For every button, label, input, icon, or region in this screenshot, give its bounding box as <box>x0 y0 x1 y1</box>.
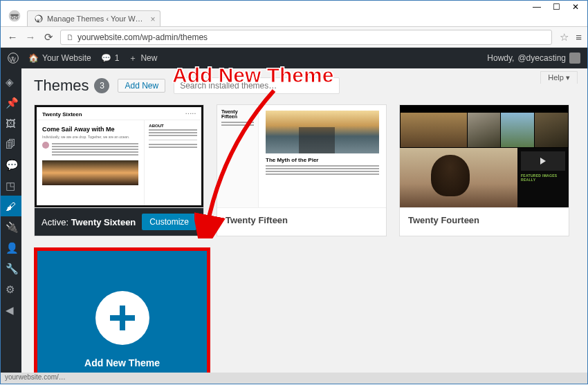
bookmark-button[interactable]: ☆ <box>558 31 570 44</box>
menu-users[interactable]: 👤 <box>1 237 21 258</box>
menu-posts[interactable]: 📌 <box>1 92 21 113</box>
incognito-icon <box>6 8 23 24</box>
menu-dashboard[interactable]: ◈ <box>1 71 21 92</box>
add-new-theme-card[interactable]: Add New Theme <box>34 247 210 373</box>
wordpress-icon <box>35 15 43 23</box>
reload-button[interactable]: ⟳ <box>42 31 55 44</box>
preview-headline: The Myth of the Pier <box>266 157 379 163</box>
user-handle: @dyecasting <box>517 53 566 63</box>
browser-tab[interactable]: Manage Themes ‹ Your W… × <box>27 10 160 26</box>
theme-screenshot: FEATURED IMAGES REALLY <box>400 105 569 207</box>
menu-plugins[interactable]: 🔌 <box>1 216 21 237</box>
menu-comments[interactable]: 💬 <box>1 154 21 175</box>
menu-tools[interactable]: 🔧 <box>1 258 21 279</box>
svg-rect-1 <box>10 15 19 17</box>
themes-count-badge: 3 <box>94 78 109 93</box>
browser-toolbar: ← → ⟳ 🗋 yourwebsite.com/wp-admin/themes … <box>1 27 587 48</box>
pin-icon: 📌 <box>6 97 17 108</box>
comments-count: 1 <box>115 53 120 63</box>
preview-site-title: Twenty Fifteen <box>221 109 254 119</box>
theme-card[interactable]: Twenty Fifteen The Myth of the Pier Twen… <box>217 104 387 236</box>
theme-name: Twenty Sixteen <box>71 217 136 227</box>
wp-admin-bar: 🏠Your Website 💬1 ＋New Howdy, @dyecasting <box>1 48 587 68</box>
howdy-text: Howdy, <box>487 53 514 63</box>
theme-screenshot: Twenty Fifteen The Myth of the Pier <box>217 105 386 207</box>
media-icon: 🖾 <box>6 118 17 129</box>
user-icon: 👤 <box>6 242 17 253</box>
customize-button[interactable]: Customize <box>142 214 196 230</box>
add-new-button[interactable]: Add New <box>118 79 165 93</box>
theme-card-active[interactable]: Twenty Sixteen▪ ▪ ▪ ▪ ▪ Come Sail Away w… <box>34 104 204 236</box>
plugin-icon: 🔌 <box>6 221 17 232</box>
menu-settings[interactable]: ⚙ <box>1 279 21 299</box>
back-button[interactable]: ← <box>6 31 19 43</box>
wrench-icon: 🔧 <box>6 263 17 274</box>
browser-menu-button[interactable]: ≡ <box>576 31 582 43</box>
title-text: Themes <box>34 77 89 95</box>
preview-headline: Come Sail Away with Me <box>42 126 138 133</box>
menu-products[interactable]: ◳ <box>1 175 21 196</box>
tab-close-icon[interactable]: × <box>151 15 156 24</box>
wp-logo-menu[interactable] <box>8 53 19 64</box>
collapse-icon: ◀ <box>6 304 17 315</box>
gear-icon: ⚙ <box>6 283 17 294</box>
menu-collapse[interactable]: ◀ <box>1 299 21 320</box>
window-maximize-button[interactable]: ☐ <box>546 1 566 14</box>
avatar <box>569 53 580 64</box>
page-icon: 🗋 <box>66 33 74 41</box>
preview-site-title: Twenty Sixteen <box>42 111 82 118</box>
comments-link[interactable]: 💬1 <box>101 53 120 63</box>
site-name-link[interactable]: 🏠Your Website <box>28 53 91 63</box>
window-minimize-button[interactable]: — <box>527 1 546 14</box>
comment-icon: 💬 <box>101 53 111 63</box>
tab-title: Manage Themes ‹ Your W… <box>47 15 143 23</box>
new-content-link[interactable]: ＋New <box>129 53 157 64</box>
page-icon: 🗐 <box>6 138 17 149</box>
address-bar[interactable]: 🗋 yourwebsite.com/wp-admin/themes <box>60 30 552 45</box>
menu-media[interactable]: 🖾 <box>1 113 21 133</box>
search-themes-input[interactable] <box>174 77 340 94</box>
comment-icon: 💬 <box>6 159 17 170</box>
page-title: Themes 3 <box>34 77 109 95</box>
browser-tab-strip: Manage Themes ‹ Your W… × <box>1 6 587 27</box>
new-label: New <box>140 53 157 63</box>
add-new-theme-label: Add New Theme <box>84 357 160 368</box>
brush-icon: 🖌 <box>6 200 17 212</box>
preview-sidebar-heading: FEATURED IMAGES REALLY <box>521 173 565 182</box>
forward-button[interactable]: → <box>24 31 37 43</box>
theme-name: Twenty Fourteen <box>400 207 569 232</box>
theme-name: Twenty Fifteen <box>217 207 386 232</box>
browser-status-bar: yourwebsite.com/… <box>1 373 587 384</box>
home-icon: 🏠 <box>28 53 39 63</box>
window-close-button[interactable]: ✕ <box>566 1 585 14</box>
theme-screenshot: Twenty Sixteen▪ ▪ ▪ ▪ ▪ Come Sail Away w… <box>35 105 203 207</box>
dashboard-icon: ◈ <box>6 76 17 87</box>
theme-card[interactable]: FEATURED IMAGES REALLY Twenty Fourteen <box>399 104 569 236</box>
plus-circle-icon <box>95 291 149 345</box>
menu-appearance[interactable]: 🖌 <box>1 196 21 216</box>
help-tab[interactable]: Help ▾ <box>540 71 578 84</box>
howdy-account[interactable]: Howdy, @dyecasting <box>487 53 580 64</box>
active-label: Active: <box>42 217 68 227</box>
site-name-text: Your Website <box>42 53 91 63</box>
plus-icon: ＋ <box>129 53 137 64</box>
url-text: yourwebsite.com/wp-admin/themes <box>77 32 208 42</box>
cube-icon: ◳ <box>6 180 17 191</box>
preview-sidebar-heading: ABOUT <box>149 124 197 128</box>
menu-pages[interactable]: 🗐 <box>1 133 21 154</box>
admin-sidebar: ◈ 📌 🖾 🗐 💬 ◳ 🖌 🔌 👤 🔧 ⚙ ◀ <box>1 68 21 373</box>
